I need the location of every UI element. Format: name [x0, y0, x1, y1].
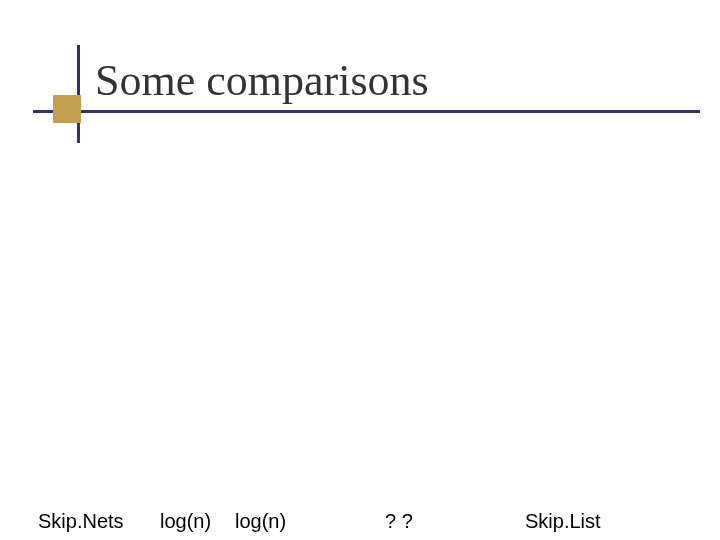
- row-label-left: Skip.Nets: [38, 510, 124, 533]
- row-label-right: Skip.List: [525, 510, 601, 533]
- row-value-3: ? ?: [385, 510, 413, 533]
- slide-title: Some comparisons: [95, 55, 680, 106]
- title-accent-vertical: [77, 45, 80, 143]
- title-underline: [33, 110, 700, 113]
- title-area: Some comparisons: [95, 55, 680, 106]
- row-value-2: log(n): [235, 510, 286, 533]
- title-accent-square: [53, 95, 81, 123]
- row-value-1: log(n): [160, 510, 211, 533]
